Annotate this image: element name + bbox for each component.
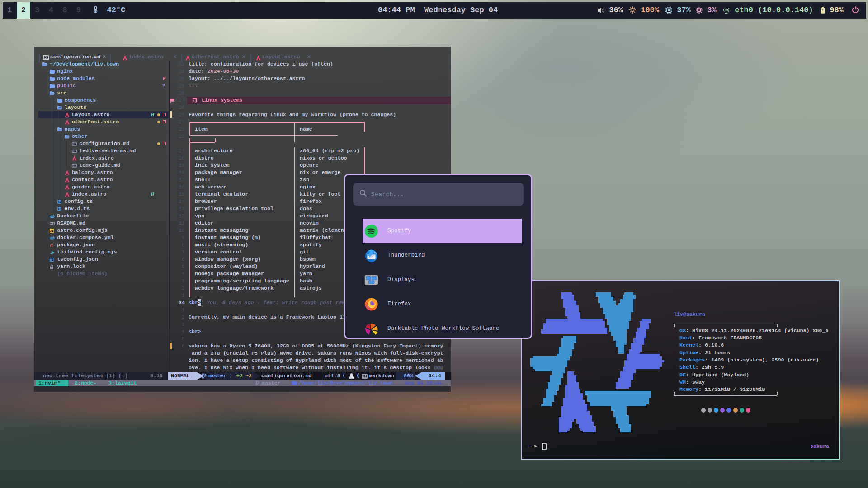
svg-text:TS: TS — [57, 200, 61, 203]
svg-text:JS: JS — [50, 229, 54, 232]
svg-text:TS: TS — [50, 258, 54, 261]
svg-text:1: 1 — [193, 99, 195, 103]
svg-text:TS: TS — [57, 207, 61, 211]
